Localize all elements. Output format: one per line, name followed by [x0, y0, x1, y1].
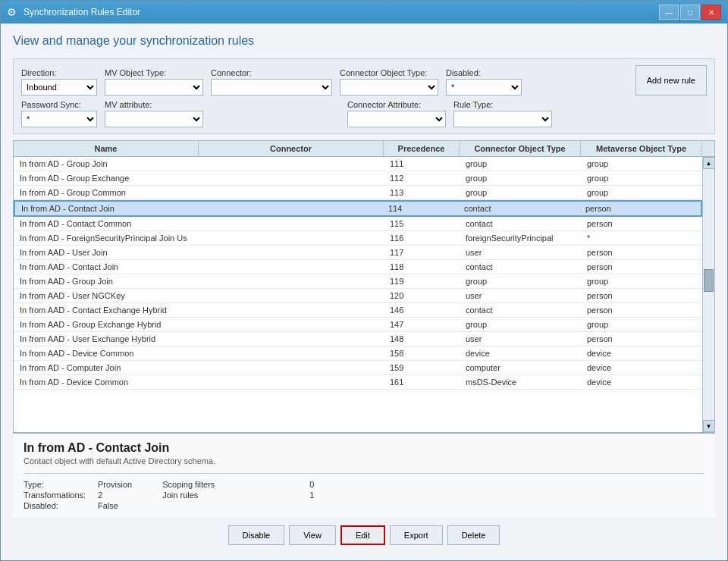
table-cell: group: [460, 157, 581, 171]
table-cell: [199, 361, 384, 375]
table-cell: 146: [384, 303, 460, 317]
table-cell: 113: [384, 186, 460, 199]
edit-button[interactable]: Edit: [340, 525, 385, 545]
detail-scoping-label: Scoping filters: [162, 480, 215, 489]
connector-attribute-select[interactable]: [347, 111, 446, 127]
direction-select[interactable]: Inbound: [21, 79, 97, 96]
detail-transformations-label: Transformations:: [24, 490, 92, 500]
col-metaverse-object-type: Metaverse Object Type: [581, 141, 702, 156]
table-row[interactable]: In from AAD - User Exchange Hybrid148use…: [14, 332, 702, 346]
table-cell: In from AD - Group Join: [14, 157, 199, 171]
scrollbar[interactable]: ▲ ▼: [702, 157, 714, 432]
table-row[interactable]: In from AAD - Device Common158devicedevi…: [14, 346, 702, 361]
table-cell: 111: [384, 157, 460, 171]
table-row[interactable]: In from AD - Group Common113groupgroup: [14, 186, 702, 200]
detail-type-prop: Type: Provision: [24, 480, 132, 489]
mv-attribute-select[interactable]: [105, 111, 203, 127]
detail-join-label: Join rules: [162, 490, 198, 500]
connector-select[interactable]: [211, 79, 332, 96]
disabled-select[interactable]: *: [446, 79, 522, 96]
table-cell: person: [581, 217, 702, 230]
table-cell: [199, 274, 384, 288]
connector-object-type-select[interactable]: [340, 79, 438, 96]
mv-attribute-filter: MV attribute:: [105, 100, 203, 127]
col-scroll-spacer: [702, 141, 714, 156]
scroll-up-arrow[interactable]: ▲: [703, 157, 715, 169]
detail-props-container: Type: Provision Transformations: 2 Disab…: [24, 480, 704, 510]
table-cell: user: [460, 289, 581, 302]
table-cell: In from AAD - Group Exchange Hybrid: [14, 318, 199, 331]
delete-button[interactable]: Delete: [447, 525, 500, 545]
scroll-down-arrow[interactable]: ▼: [703, 420, 715, 432]
maximize-button[interactable]: □: [680, 5, 700, 20]
filter-row-1: Direction: Inbound MV Object Type: Conne…: [21, 65, 707, 96]
table-cell: In from AAD - User NGCKey: [14, 289, 199, 302]
scroll-track[interactable]: [703, 169, 714, 420]
table-row[interactable]: In from AAD - User Join117userperson: [14, 246, 702, 260]
table-cell: group: [581, 157, 702, 171]
table-row[interactable]: In from AD - Device Common161msDS-Device…: [14, 375, 702, 390]
table-row[interactable]: In from AAD - Contact Join118contactpers…: [14, 260, 702, 274]
disable-button[interactable]: Disable: [228, 525, 285, 545]
table-cell: person: [581, 303, 702, 317]
password-sync-select[interactable]: *: [21, 111, 97, 127]
table-row[interactable]: In from AD - Group Exchange112groupgroup: [14, 171, 702, 186]
table-row[interactable]: In from AD - Contact Join114contactperso…: [14, 200, 702, 217]
detail-divider: [24, 473, 704, 474]
password-sync-filter: Password Sync: *: [21, 100, 97, 127]
table-cell: [199, 260, 384, 274]
table-cell: [199, 202, 382, 215]
table-cell: [199, 332, 384, 346]
col-name: Name: [14, 141, 199, 156]
table-cell: group: [460, 274, 581, 288]
add-rule-button[interactable]: Add new rule: [635, 65, 707, 96]
detail-type-label: Type:: [24, 480, 92, 489]
table-row[interactable]: In from AAD - Group Join119groupgroup: [14, 274, 702, 289]
table-cell: 148: [384, 332, 460, 346]
table-row[interactable]: In from AAD - Contact Exchange Hybrid146…: [14, 303, 702, 318]
detail-scoping-value: 0: [309, 480, 314, 489]
table-cell: [199, 289, 384, 302]
close-button[interactable]: ✕: [701, 5, 721, 20]
table-row[interactable]: In from AD - Group Join111groupgroup: [14, 157, 702, 171]
table-cell: computer: [460, 361, 581, 375]
table-cell: device: [460, 346, 581, 360]
table-cell: user: [460, 246, 581, 259]
table-cell: group: [581, 171, 702, 185]
table-cell: 147: [384, 318, 460, 331]
table-cell: user: [460, 332, 581, 346]
table-row[interactable]: In from AD - Contact Common115contactper…: [14, 217, 702, 231]
action-buttons: Disable View Edit Export Delete: [13, 518, 715, 550]
table-cell: 118: [384, 260, 460, 274]
table-cell: contact: [460, 217, 581, 230]
page-title: View and manage your synchronization rul…: [13, 34, 715, 48]
table-cell: 117: [384, 246, 460, 259]
table-cell: In from AAD - Contact Exchange Hybrid: [14, 303, 199, 317]
mv-object-type-label: MV Object Type:: [105, 68, 203, 77]
table-row[interactable]: In from AD - Computer Join159computerdev…: [14, 361, 702, 375]
detail-title: In from AD - Contact Join: [24, 441, 704, 455]
table-cell: In from AD - Computer Join: [14, 361, 199, 375]
table-cell: 112: [384, 171, 460, 185]
table-row[interactable]: In from AD - ForeignSecurityPrincipal Jo…: [14, 231, 702, 246]
scroll-thumb[interactable]: [704, 269, 714, 292]
connector-attribute-label: Connector Attribute:: [347, 100, 446, 109]
table-cell: group: [460, 186, 581, 199]
table-cell: 119: [384, 274, 460, 288]
table-row[interactable]: In from AAD - User NGCKey120userperson: [14, 289, 702, 303]
table-cell: In from AAD - User Join: [14, 246, 199, 259]
mv-object-type-select[interactable]: [105, 79, 203, 96]
table-cell: [199, 231, 384, 245]
direction-filter: Direction: Inbound: [21, 68, 97, 96]
detail-transformations-value: 2: [98, 490, 102, 500]
table-cell: In from AAD - Device Common: [14, 346, 199, 360]
detail-section: In from AD - Contact Join Contact object…: [13, 433, 715, 518]
table-cell: group: [581, 274, 702, 288]
rule-type-select[interactable]: [453, 111, 552, 127]
table-row[interactable]: In from AAD - Group Exchange Hybrid147gr…: [14, 318, 702, 332]
export-button[interactable]: Export: [390, 525, 443, 545]
connector-label: Connector:: [211, 68, 332, 77]
view-button[interactable]: View: [289, 525, 336, 545]
minimize-button[interactable]: —: [659, 5, 679, 20]
table-cell: contact: [460, 260, 581, 274]
